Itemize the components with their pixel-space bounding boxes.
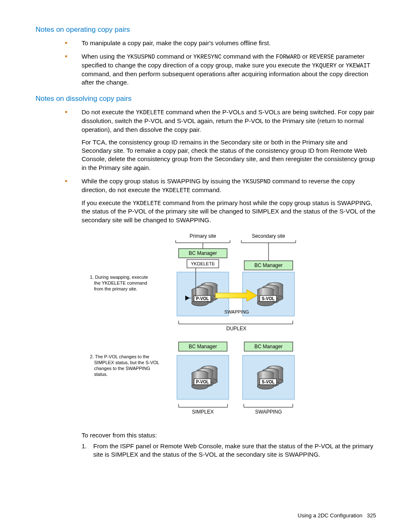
bc-manager-label: BC Manager xyxy=(189,250,217,256)
svol-label: S-VOL xyxy=(262,296,275,301)
bullet-item: Do not execute the YKDELETE command when… xyxy=(36,108,376,172)
ykdelete-label: YKDELETE xyxy=(191,261,215,266)
pvol-label: P-VOL xyxy=(196,296,209,301)
note2-line: status. xyxy=(94,372,107,377)
cmd: REVERSE xyxy=(309,54,334,60)
bullet-text: To manipulate a copy pair, make the copy… xyxy=(82,39,271,46)
cmd: FORWARD xyxy=(276,54,301,60)
t: While the copy group status is SWAPPING … xyxy=(82,177,243,185)
t: or xyxy=(300,53,309,60)
t: command or xyxy=(155,53,194,60)
svol-label: S-VOL xyxy=(262,380,275,384)
cmd: YKDELETE xyxy=(133,200,161,207)
step-text: From the ISPF panel or Remote Web Consol… xyxy=(93,442,373,458)
recover-intro: To recover from this status: xyxy=(82,431,376,439)
simplex-label: SIMPLEX xyxy=(192,409,214,415)
t: command, and then perform subsequent ope… xyxy=(82,70,368,86)
duplex-label: DUPLEX xyxy=(226,326,246,332)
bc-manager-label: BC Manager xyxy=(189,344,217,350)
step-number: 1. xyxy=(82,442,87,450)
diagram: Primary site Secondary site BC Manager Y… xyxy=(82,232,376,424)
section-title-dissolving: Notes on dissolving copy pairs xyxy=(36,94,376,104)
secondary-site-label: Secondary site xyxy=(252,233,285,239)
t: If you execute the xyxy=(82,199,133,206)
note1-line: from the primary site. xyxy=(94,286,137,291)
cmd: YKSUSPND xyxy=(243,178,271,185)
bc-manager-label: BC Manager xyxy=(254,344,282,350)
note2-line: 2. The P-VOL changes to the xyxy=(90,354,149,359)
bullet-item: To manipulate a copy pair, make the copy… xyxy=(36,39,376,47)
t: Do not execute the xyxy=(82,108,136,116)
bc-manager-label: BC Manager xyxy=(254,262,282,268)
swapping-label: SWAPPING xyxy=(255,409,282,415)
note1-line: the YKDELETE command xyxy=(94,280,147,285)
t: When using the xyxy=(82,53,127,60)
note2-line: SIMPLEX status, but the S-VOL xyxy=(94,360,159,365)
cmd: YKDELETE xyxy=(136,109,164,116)
pvol-label: P-VOL xyxy=(196,380,209,384)
cmd: YKQUERY xyxy=(312,62,337,69)
section-title-operating: Notes on operating copy pairs xyxy=(36,25,376,35)
cmd: YKEWAIT xyxy=(346,62,371,69)
cmd: YKRESYNC xyxy=(193,54,221,60)
note2-line: changes to the SWAPPING xyxy=(94,366,150,371)
primary-site-label: Primary site xyxy=(189,233,216,239)
t: or xyxy=(337,62,346,69)
diagram-svg: Primary site Secondary site BC Manager Y… xyxy=(82,232,316,424)
bullet-item: When using the YKSUSPND command or YKRES… xyxy=(36,52,376,87)
note1-line: 1. During swapping, execute xyxy=(90,275,148,280)
cmd: YKSUSPND xyxy=(127,54,155,60)
para: For TCA, the consistency group ID remain… xyxy=(82,138,376,172)
bullet-item: While the copy group status is SWAPPING … xyxy=(36,177,376,224)
cmd: YKDELETE xyxy=(162,187,190,194)
t: command with the xyxy=(222,53,276,60)
t: command. xyxy=(190,186,221,193)
recover-step: 1. From the ISPF panel or Remote Web Con… xyxy=(82,442,376,459)
swapping-label: SWAPPING xyxy=(225,309,249,314)
